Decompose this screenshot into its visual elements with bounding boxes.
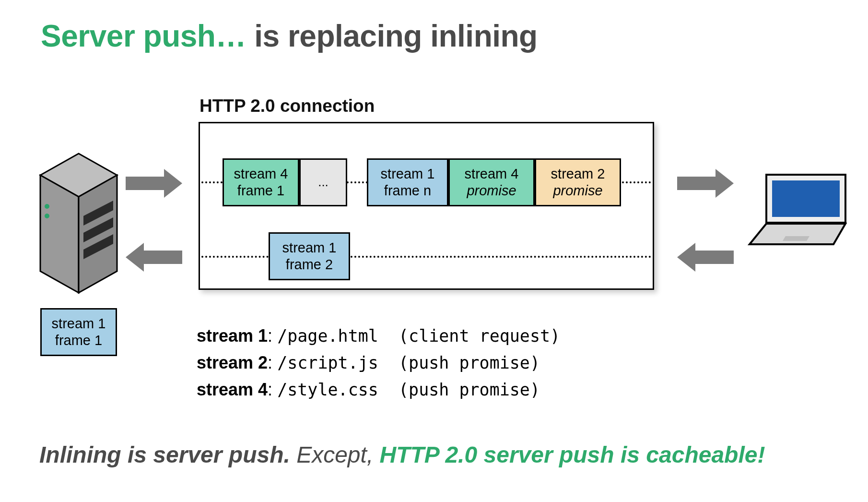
arrow-head-left-icon (677, 243, 695, 272)
frame-line2: promise (467, 182, 516, 199)
footer-part2: Except, (290, 442, 380, 467)
frame-line2: frame n (384, 182, 431, 199)
footer-statement: Inlining is server push. Except, HTTP 2.… (39, 442, 765, 468)
frame-stream1-frame2: stream 1 frame 2 (269, 232, 350, 280)
frame-stream4-frame1: stream 4 frame 1 (223, 158, 299, 206)
legend-note: (client request) (378, 326, 560, 346)
arrow-client-to-connection (677, 243, 734, 272)
slide-title: Server push… is replacing inlining (41, 18, 538, 54)
arrow-shaft (677, 177, 716, 190)
footer-part3: HTTP 2.0 server push is cacheable! (380, 442, 765, 467)
legend-label: stream 1 (197, 326, 268, 346)
frame-line1: stream 4 (234, 166, 288, 182)
svg-marker-9 (772, 180, 840, 217)
svg-marker-10 (750, 224, 845, 244)
footer-part1: Inlining is server push. (39, 442, 290, 467)
arrow-connection-to-server (126, 243, 182, 272)
frame-line2: frame 1 (55, 332, 102, 349)
frame-line2: promise (553, 182, 602, 199)
arrow-shaft (126, 177, 164, 190)
arrow-head-right-icon (164, 169, 182, 198)
frame-stream2-promise: stream 2 promise (535, 158, 621, 206)
frame-line1: stream 1 (282, 239, 337, 256)
arrow-head-left-icon (126, 243, 144, 272)
frame-line1: stream 1 (381, 166, 435, 182)
legend-note: (push promise) (378, 380, 540, 399)
connection-label: HTTP 2.0 connection (199, 96, 375, 116)
arrow-server-to-connection (126, 169, 182, 198)
server-icon (35, 149, 122, 298)
frame-line1: stream 1 (52, 315, 106, 332)
legend-sep: : (268, 380, 277, 399)
frame-line1: stream 4 (465, 166, 519, 182)
frame-ellipsis: ... (299, 158, 347, 206)
legend-path: /style.css (277, 380, 378, 399)
arrow-shaft (695, 251, 734, 264)
legend-row: stream 1: /page.html (client request) (197, 323, 560, 349)
legend-path: /script.js (277, 353, 378, 372)
svg-point-6 (45, 204, 49, 209)
stream-legend: stream 1: /page.html (client request) st… (197, 323, 560, 403)
legend-row: stream 4: /style.css (push promise) (197, 376, 560, 403)
svg-point-7 (45, 214, 49, 218)
title-accent: Server push… (41, 19, 246, 53)
frame-line2: frame 1 (237, 182, 284, 199)
frame-stream4-promise: stream 4 promise (448, 158, 535, 206)
legend-label: stream 4 (197, 380, 268, 399)
frame-stream1-framen: stream 1 frame n (367, 158, 448, 206)
arrow-connection-to-client (677, 169, 734, 198)
frame-ellipsis-text: ... (318, 175, 328, 190)
laptop-icon (747, 170, 853, 247)
frame-line1: stream 2 (551, 166, 605, 182)
legend-path: /page.html (277, 326, 378, 346)
title-rest: is replacing inlining (246, 19, 538, 53)
arrow-head-right-icon (716, 169, 734, 198)
legend-row: stream 2: /script.js (push promise) (197, 349, 560, 376)
svg-marker-11 (783, 236, 809, 241)
legend-label: stream 2 (197, 353, 268, 372)
legend-sep: : (268, 353, 277, 372)
frame-line2: frame 2 (286, 256, 333, 273)
frame-queued-stream1-frame1: stream 1 frame 1 (40, 308, 117, 356)
arrow-shaft (144, 251, 182, 264)
legend-note: (push promise) (378, 353, 540, 372)
svg-marker-1 (40, 175, 79, 293)
legend-sep: : (268, 326, 277, 346)
